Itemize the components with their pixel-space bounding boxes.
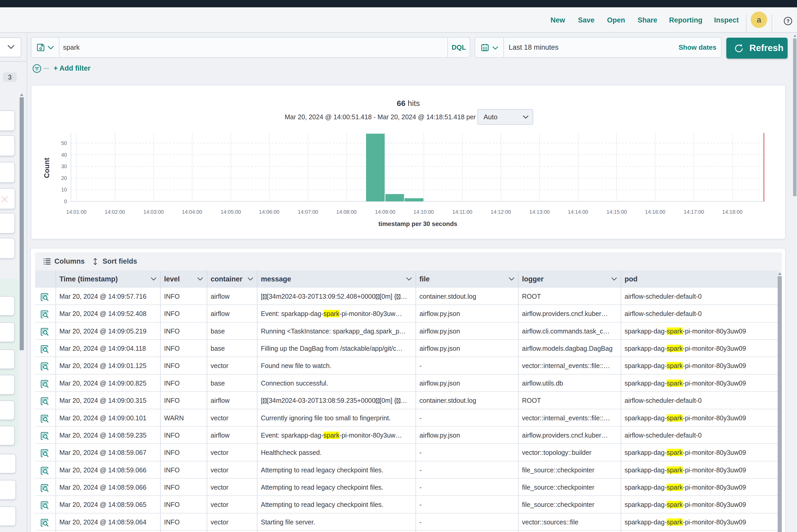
svg-text:30: 30 (61, 164, 67, 169)
svg-text:14:01:00: 14:01:00 (66, 209, 87, 215)
svg-text:0: 0 (64, 198, 67, 204)
svg-text:14:05:00: 14:05:00 (221, 209, 241, 215)
svg-text:20: 20 (61, 175, 67, 181)
svg-text:14:11:00: 14:11:00 (452, 209, 472, 215)
svg-text:14:04:00: 14:04:00 (182, 209, 202, 215)
svg-text:14:07:00: 14:07:00 (298, 209, 318, 215)
svg-text:14:10:00: 14:10:00 (413, 209, 434, 215)
svg-text:14:14:00: 14:14:00 (568, 209, 588, 215)
svg-text:timestamp per 30 seconds: timestamp per 30 seconds (378, 220, 457, 227)
svg-text:40: 40 (61, 152, 67, 158)
svg-text:14:12:00: 14:12:00 (490, 209, 511, 215)
svg-text:14:06:00: 14:06:00 (259, 209, 279, 215)
svg-text:?: ? (786, 18, 790, 24)
svg-text:14:02:00: 14:02:00 (105, 209, 125, 215)
svg-text:14:03:00: 14:03:00 (143, 209, 164, 215)
svg-text:10: 10 (61, 187, 67, 192)
svg-text:14:13:00: 14:13:00 (529, 209, 550, 215)
svg-text:14:08:00: 14:08:00 (336, 209, 357, 215)
svg-text:14:18:00: 14:18:00 (722, 209, 743, 215)
svg-text:14:17:00: 14:17:00 (684, 209, 704, 215)
svg-text:14:15:00: 14:15:00 (607, 209, 627, 215)
svg-text:14:16:00: 14:16:00 (645, 209, 665, 215)
svg-text:14:09:00: 14:09:00 (375, 209, 395, 215)
svg-text:Count: Count (43, 158, 51, 178)
svg-text:50: 50 (61, 140, 67, 146)
